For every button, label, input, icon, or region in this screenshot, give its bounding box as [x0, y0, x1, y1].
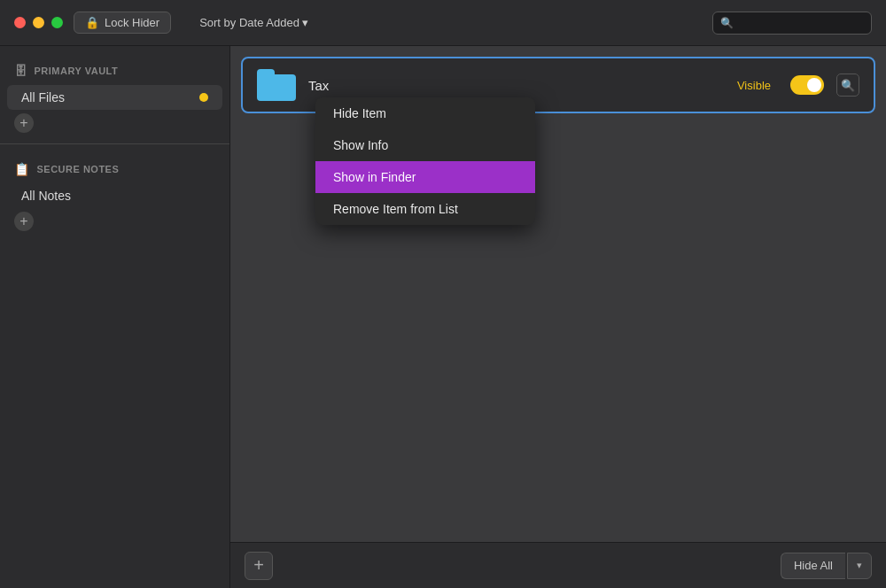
search-box[interactable]: 🔍 — [712, 12, 872, 35]
hide-all-group: Hide All ▾ — [781, 553, 872, 579]
hide-all-label: Hide All — [794, 559, 833, 572]
hide-item-label: Hide Item — [333, 106, 386, 120]
context-menu-hide-item[interactable]: Hide Item — [315, 97, 535, 129]
content-area: Tax Visible 🔍 Hide Item Show Info Show i… — [230, 46, 886, 588]
hide-all-button[interactable]: Hide All — [781, 553, 845, 579]
sort-bar: Sort by Date Added ▾ — [182, 16, 702, 29]
context-menu-show-info[interactable]: Show Info — [315, 129, 535, 161]
add-item-button[interactable]: + — [245, 552, 273, 580]
remove-item-label: Remove Item from List — [333, 202, 458, 216]
sidebar-item-all-files[interactable]: All Files — [7, 85, 222, 110]
notes-icon: 📋 — [14, 162, 30, 176]
add-vault-item-button[interactable]: + — [14, 113, 34, 133]
all-files-label: All Files — [21, 90, 65, 104]
primary-vault-section: 🗄 PRIMARY VAULT — [0, 60, 229, 85]
search-icon: 🔍 — [720, 17, 734, 29]
lock-hider-label: Lock Hider — [105, 16, 159, 29]
visible-toggle[interactable] — [790, 75, 824, 95]
show-info-label: Show Info — [333, 138, 388, 152]
section-divider — [0, 143, 229, 144]
secure-notes-section: 📋 SECURE NOTES — [0, 159, 229, 183]
show-in-finder-label: Show in Finder — [333, 170, 416, 184]
folder-icon — [257, 69, 296, 101]
dropdown-arrow-icon: ▾ — [857, 560, 862, 571]
minimize-button[interactable] — [33, 17, 44, 28]
sidebar-item-all-notes[interactable]: All Notes — [7, 183, 222, 208]
lock-hider-button[interactable]: 🔒 Lock Hider — [74, 12, 171, 34]
file-item-name: Tax — [308, 78, 725, 93]
close-button[interactable] — [14, 17, 26, 28]
add-notes-item-button[interactable]: + — [14, 212, 34, 231]
vault-icon: 🗄 — [14, 64, 27, 78]
search-input[interactable] — [739, 17, 864, 29]
main-layout: 🗄 PRIMARY VAULT All Files + 📋 SECURE NOT… — [0, 46, 886, 588]
context-menu-remove-item[interactable]: Remove Item from List — [315, 193, 535, 225]
context-menu-show-in-finder[interactable]: Show in Finder — [315, 161, 535, 193]
secure-notes-label: SECURE NOTES — [37, 164, 120, 174]
traffic-lights — [14, 17, 63, 28]
file-search-icon[interactable]: 🔍 — [836, 74, 859, 97]
primary-vault-label: PRIMARY VAULT — [35, 66, 119, 76]
sidebar: 🗄 PRIMARY VAULT All Files + 📋 SECURE NOT… — [0, 46, 230, 588]
bottom-toolbar: + Hide All ▾ — [230, 542, 886, 588]
add-icon: + — [253, 555, 264, 576]
lock-icon: 🔒 — [85, 16, 99, 29]
context-menu: Hide Item Show Info Show in Finder Remov… — [315, 97, 535, 225]
titlebar: 🔒 Lock Hider Sort by Date Added ▾ 🔍 — [0, 0, 886, 46]
hide-all-dropdown-button[interactable]: ▾ — [847, 553, 872, 579]
active-badge — [199, 93, 208, 102]
file-list-area: Tax Visible 🔍 Hide Item Show Info Show i… — [230, 46, 886, 542]
maximize-button[interactable] — [51, 17, 63, 28]
visible-label: Visible — [737, 79, 771, 92]
sort-label[interactable]: Sort by Date Added ▾ — [199, 16, 308, 29]
all-notes-label: All Notes — [21, 189, 71, 203]
